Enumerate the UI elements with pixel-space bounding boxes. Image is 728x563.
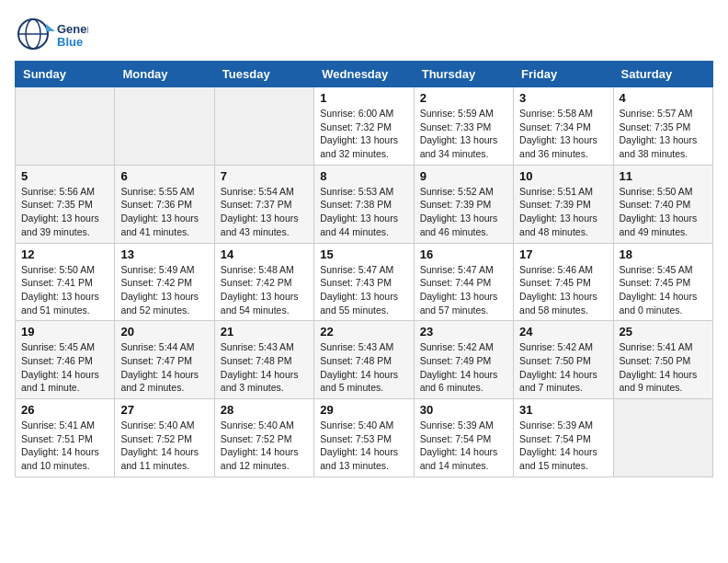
day-info: Sunrise: 5:49 AM Sunset: 7:42 PM Dayligh…: [120, 263, 208, 317]
calendar-cell: 9Sunrise: 5:52 AM Sunset: 7:39 PM Daylig…: [414, 165, 513, 243]
calendar-cell: 23Sunrise: 5:42 AM Sunset: 7:49 PM Dayli…: [414, 321, 513, 399]
day-info: Sunrise: 5:43 AM Sunset: 7:48 PM Dayligh…: [221, 340, 308, 395]
calendar-week-row: 12Sunrise: 5:50 AM Sunset: 7:41 PM Dayli…: [16, 243, 713, 321]
day-info: Sunrise: 5:58 AM Sunset: 7:34 PM Dayligh…: [519, 107, 607, 161]
day-number: 15: [320, 247, 407, 261]
weekday-header-row: SundayMondayTuesdayWednesdayThursdayFrid…: [16, 62, 713, 87]
svg-marker-3: [46, 24, 55, 31]
calendar-table: SundayMondayTuesdayWednesdayThursdayFrid…: [15, 61, 713, 477]
calendar-cell: 12Sunrise: 5:50 AM Sunset: 7:41 PM Dayli…: [16, 243, 115, 321]
calendar-week-row: 1Sunrise: 6:00 AM Sunset: 7:32 PM Daylig…: [16, 87, 713, 166]
weekday-header-sunday: Sunday: [16, 62, 115, 87]
calendar-cell: [214, 87, 313, 166]
day-info: Sunrise: 5:39 AM Sunset: 7:54 PM Dayligh…: [519, 419, 607, 473]
day-number: 1: [320, 91, 407, 105]
day-number: 14: [221, 247, 308, 261]
logo: GeneralBlue: [15, 15, 88, 53]
calendar-cell: 8Sunrise: 5:53 AM Sunset: 7:38 PM Daylig…: [314, 165, 414, 243]
day-info: Sunrise: 5:54 AM Sunset: 7:37 PM Dayligh…: [221, 185, 308, 239]
calendar-week-row: 26Sunrise: 5:41 AM Sunset: 7:51 PM Dayli…: [16, 399, 713, 477]
day-info: Sunrise: 5:40 AM Sunset: 7:53 PM Dayligh…: [320, 419, 407, 473]
day-number: 21: [221, 325, 308, 339]
day-number: 27: [120, 403, 208, 417]
day-number: 20: [120, 325, 208, 339]
calendar-cell: [16, 87, 115, 166]
day-info: Sunrise: 5:40 AM Sunset: 7:52 PM Dayligh…: [221, 419, 308, 473]
day-number: 11: [620, 169, 707, 183]
day-info: Sunrise: 6:00 AM Sunset: 7:32 PM Dayligh…: [320, 107, 407, 161]
calendar-cell: 27Sunrise: 5:40 AM Sunset: 7:52 PM Dayli…: [115, 399, 214, 477]
day-info: Sunrise: 5:56 AM Sunset: 7:35 PM Dayligh…: [21, 185, 108, 239]
calendar-cell: 25Sunrise: 5:41 AM Sunset: 7:50 PM Dayli…: [613, 321, 712, 399]
day-info: Sunrise: 5:45 AM Sunset: 7:46 PM Dayligh…: [21, 340, 108, 395]
calendar-cell: 4Sunrise: 5:57 AM Sunset: 7:35 PM Daylig…: [613, 87, 712, 166]
calendar-cell: 24Sunrise: 5:42 AM Sunset: 7:50 PM Dayli…: [514, 321, 613, 399]
day-info: Sunrise: 5:44 AM Sunset: 7:47 PM Dayligh…: [120, 340, 208, 395]
page-header: GeneralBlue: [15, 15, 713, 53]
day-info: Sunrise: 5:50 AM Sunset: 7:41 PM Dayligh…: [21, 263, 108, 317]
day-info: Sunrise: 5:53 AM Sunset: 7:38 PM Dayligh…: [320, 185, 407, 239]
svg-text:General: General: [57, 22, 88, 36]
day-info: Sunrise: 5:50 AM Sunset: 7:40 PM Dayligh…: [620, 185, 707, 239]
day-info: Sunrise: 5:59 AM Sunset: 7:33 PM Dayligh…: [420, 107, 507, 161]
calendar-week-row: 5Sunrise: 5:56 AM Sunset: 7:35 PM Daylig…: [16, 165, 713, 243]
calendar-cell: 22Sunrise: 5:43 AM Sunset: 7:48 PM Dayli…: [314, 321, 414, 399]
day-number: 9: [420, 169, 507, 183]
day-info: Sunrise: 5:40 AM Sunset: 7:52 PM Dayligh…: [120, 419, 208, 473]
calendar-cell: 18Sunrise: 5:45 AM Sunset: 7:45 PM Dayli…: [613, 243, 712, 321]
calendar-cell: 26Sunrise: 5:41 AM Sunset: 7:51 PM Dayli…: [16, 399, 115, 477]
calendar-cell: 14Sunrise: 5:48 AM Sunset: 7:42 PM Dayli…: [214, 243, 313, 321]
day-number: 6: [120, 169, 208, 183]
day-info: Sunrise: 5:52 AM Sunset: 7:39 PM Dayligh…: [420, 185, 507, 239]
weekday-header-tuesday: Tuesday: [214, 62, 313, 87]
day-info: Sunrise: 5:46 AM Sunset: 7:45 PM Dayligh…: [519, 263, 607, 317]
day-number: 13: [120, 247, 208, 261]
calendar-cell: 15Sunrise: 5:47 AM Sunset: 7:43 PM Dayli…: [314, 243, 414, 321]
day-info: Sunrise: 5:43 AM Sunset: 7:48 PM Dayligh…: [320, 340, 407, 395]
day-info: Sunrise: 5:51 AM Sunset: 7:39 PM Dayligh…: [519, 185, 607, 239]
calendar-cell: 16Sunrise: 5:47 AM Sunset: 7:44 PM Dayli…: [414, 243, 513, 321]
day-info: Sunrise: 5:47 AM Sunset: 7:44 PM Dayligh…: [420, 263, 507, 317]
day-number: 12: [21, 247, 108, 261]
day-number: 23: [420, 325, 507, 339]
calendar-cell: 28Sunrise: 5:40 AM Sunset: 7:52 PM Dayli…: [214, 399, 313, 477]
day-number: 22: [320, 325, 407, 339]
day-info: Sunrise: 5:42 AM Sunset: 7:49 PM Dayligh…: [420, 340, 507, 395]
logo-svg: GeneralBlue: [15, 15, 88, 53]
day-number: 17: [519, 247, 607, 261]
day-number: 10: [519, 169, 607, 183]
day-number: 5: [21, 169, 108, 183]
day-info: Sunrise: 5:41 AM Sunset: 7:51 PM Dayligh…: [21, 419, 108, 473]
day-number: 4: [620, 91, 707, 105]
calendar-cell: 1Sunrise: 6:00 AM Sunset: 7:32 PM Daylig…: [314, 87, 414, 166]
day-info: Sunrise: 5:42 AM Sunset: 7:50 PM Dayligh…: [519, 340, 607, 395]
weekday-header-wednesday: Wednesday: [314, 62, 414, 87]
calendar-cell: 19Sunrise: 5:45 AM Sunset: 7:46 PM Dayli…: [16, 321, 115, 399]
day-info: Sunrise: 5:41 AM Sunset: 7:50 PM Dayligh…: [620, 340, 707, 395]
weekday-header-thursday: Thursday: [414, 62, 513, 87]
day-info: Sunrise: 5:57 AM Sunset: 7:35 PM Dayligh…: [620, 107, 707, 161]
day-number: 28: [221, 403, 308, 417]
calendar-cell: 11Sunrise: 5:50 AM Sunset: 7:40 PM Dayli…: [613, 165, 712, 243]
weekday-header-monday: Monday: [115, 62, 214, 87]
day-info: Sunrise: 5:55 AM Sunset: 7:36 PM Dayligh…: [120, 185, 208, 239]
calendar-cell: 13Sunrise: 5:49 AM Sunset: 7:42 PM Dayli…: [115, 243, 214, 321]
calendar-cell: 17Sunrise: 5:46 AM Sunset: 7:45 PM Dayli…: [514, 243, 613, 321]
day-number: 29: [320, 403, 407, 417]
calendar-cell: [613, 399, 712, 477]
calendar-week-row: 19Sunrise: 5:45 AM Sunset: 7:46 PM Dayli…: [16, 321, 713, 399]
day-number: 7: [221, 169, 308, 183]
calendar-cell: 6Sunrise: 5:55 AM Sunset: 7:36 PM Daylig…: [115, 165, 214, 243]
day-number: 24: [519, 325, 607, 339]
day-info: Sunrise: 5:45 AM Sunset: 7:45 PM Dayligh…: [620, 263, 707, 317]
day-number: 3: [519, 91, 607, 105]
day-number: 31: [519, 403, 607, 417]
day-number: 19: [21, 325, 108, 339]
calendar-cell: 29Sunrise: 5:40 AM Sunset: 7:53 PM Dayli…: [314, 399, 414, 477]
calendar-cell: 31Sunrise: 5:39 AM Sunset: 7:54 PM Dayli…: [514, 399, 613, 477]
day-number: 8: [320, 169, 407, 183]
day-number: 18: [620, 247, 707, 261]
day-number: 26: [21, 403, 108, 417]
day-info: Sunrise: 5:39 AM Sunset: 7:54 PM Dayligh…: [420, 419, 507, 473]
day-number: 16: [420, 247, 507, 261]
